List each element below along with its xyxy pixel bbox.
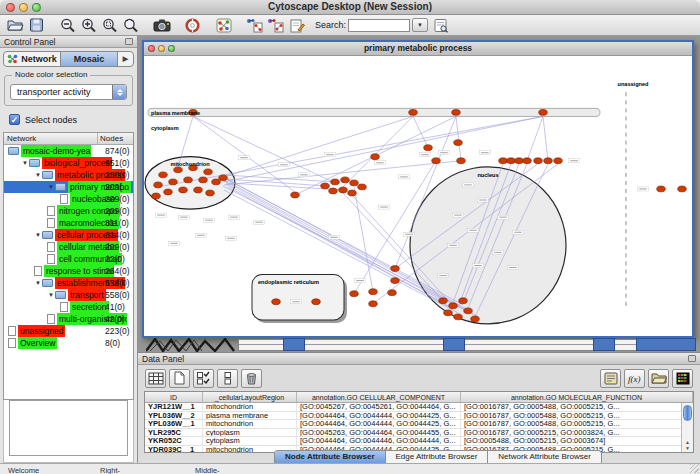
tree-row[interactable]: Overview8(0) [4, 337, 133, 349]
table-cell: [GO:0016787, GO:0005488, GO:0005215, G..… [461, 412, 693, 420]
column-header[interactable]: annotation.GO CELLULAR_COMPONENT [297, 392, 461, 402]
network-node [291, 192, 300, 198]
table-row[interactable]: YKR052Ccytoplasm[GO:0044464, GO:0044446,… [145, 437, 693, 446]
tree-row[interactable]: ▼primary metabo209(... [4, 181, 133, 193]
search-options-dropdown[interactable]: ▼ [412, 18, 428, 32]
tree-row[interactable]: secretion41(0) [4, 301, 133, 313]
vizmapper-b-button[interactable] [265, 16, 286, 34]
new-attribute-button[interactable] [169, 369, 190, 388]
tab-network[interactable]: Network [4, 52, 61, 66]
title-bar[interactable]: Cytoscape Desktop (New Session) [0, 0, 700, 15]
tree-expand-arrow[interactable]: ▼ [34, 277, 42, 289]
heatmap-button[interactable] [672, 369, 693, 388]
tab-edge-attribute-browser[interactable]: Edge Attribute Browser [386, 451, 489, 463]
tree-row[interactable]: ▼biological_process651(0) [4, 157, 133, 169]
network-window-titlebar[interactable]: primary metabolic process [144, 42, 692, 56]
search-input[interactable] [348, 19, 410, 32]
plasma-membrane-region [148, 108, 600, 116]
tree-row[interactable]: response to stimulu264(0) [4, 265, 133, 277]
tab-network-attribute-browser[interactable]: Network Attribute Browser [488, 451, 600, 463]
network-node [409, 109, 418, 115]
zoom-fit-button[interactable] [120, 16, 141, 34]
import-table-button[interactable] [648, 369, 669, 388]
column-header[interactable]: _cellularLayoutRegion [203, 392, 297, 402]
table-row[interactable]: YPL036W__1mitochondrion[GO:0044464, GO:0… [145, 420, 693, 429]
table-row[interactable]: YJR121W__1mitochondrion[GO:0045267, GO:0… [145, 403, 693, 412]
network-node [439, 298, 448, 304]
network-node [206, 190, 215, 196]
network-view-window[interactable]: primary metabolic process plasma membran… [142, 40, 694, 338]
tab-label: Network [21, 54, 57, 64]
data-panel-toolbar: f(x) [138, 365, 700, 391]
tree-expand-arrow[interactable]: ▼ [34, 169, 42, 181]
save-button[interactable] [26, 16, 47, 34]
tab-[interactable]: ▶ [118, 52, 133, 66]
window-title: Cytoscape Desktop (New Session) [0, 1, 700, 12]
tree-row[interactable]: cellular metabo209(0) [4, 241, 133, 253]
float-panel-icon[interactable] [125, 38, 133, 45]
tab-node-attribute-browser[interactable]: Node Attribute Browser [275, 451, 386, 463]
tree-column-network[interactable]: Network [4, 133, 98, 144]
attribute-table-header: ID_cellularLayoutRegionannotation.GO CEL… [145, 392, 693, 403]
column-header[interactable]: annotation.GO MOLECULAR_FUNCTION [461, 392, 693, 402]
vizmapper-a-button[interactable] [244, 16, 265, 34]
network-overview-button[interactable] [213, 16, 234, 34]
resize-grip[interactable] [690, 464, 699, 473]
network-node [424, 145, 433, 151]
tree-row[interactable]: multi-organism pro42(0) [4, 313, 133, 325]
function-builder-button[interactable]: f(x) [624, 369, 645, 388]
tree-row[interactable]: ▼cellular process614(0) [4, 229, 133, 241]
tree-row-label: response to stimulu [44, 265, 114, 277]
zoom-out-button[interactable] [57, 16, 78, 34]
tree-row[interactable]: cell communicat22(0) [4, 253, 133, 265]
tree-row[interactable]: ▼transport558(0) [4, 289, 133, 301]
tree-row-node-count: 22(0) [105, 253, 125, 265]
network-node [358, 184, 367, 190]
network-canvas[interactable]: plasma membranecytoplasmmitochondrionnuc… [144, 56, 692, 336]
network-edge [456, 116, 461, 160]
tree-expand-arrow[interactable]: ▼ [34, 229, 42, 241]
open-button[interactable] [5, 16, 26, 34]
zoom-selected-icon [102, 18, 118, 33]
snapshot-button[interactable] [151, 16, 172, 34]
table-scrollbar[interactable]: ▲▼ [681, 403, 693, 452]
attribute-grid-button[interactable] [145, 369, 166, 388]
network-tree: Network Nodes mosaic-demo-yeast874(0)▼bi… [3, 132, 134, 400]
table-cell: mitochondrion [203, 420, 297, 428]
scrollbar-arrows[interactable]: ▲▼ [682, 439, 693, 451]
background-windows [138, 338, 700, 352]
folder-icon [8, 147, 19, 155]
float-panel-icon[interactable] [688, 355, 696, 362]
column-header[interactable]: ID [145, 392, 203, 402]
annotation-button[interactable] [286, 16, 307, 34]
select-attributes-button[interactable] [193, 369, 214, 388]
tree-row[interactable]: nucleobase-209(0) [4, 193, 133, 205]
tree-column-nodes[interactable]: Nodes [98, 133, 133, 144]
unselect-attributes-button[interactable] [217, 369, 238, 388]
tree-row[interactable]: ▼establishment of lo558(0) [4, 277, 133, 289]
help-button[interactable] [182, 16, 203, 34]
tree-expand-arrow[interactable]: ▼ [47, 289, 55, 301]
birdseye-viewport[interactable] [9, 400, 128, 456]
table-row[interactable]: YPL036W__2plasma membrane[GO:0044464, GO… [145, 412, 693, 421]
tree-row[interactable]: macromolecule311(0) [4, 217, 133, 229]
tree-row[interactable]: unassigned223(0) [4, 325, 133, 337]
tree-row[interactable]: mosaic-demo-yeast874(0) [4, 145, 133, 157]
tree-expand-arrow[interactable]: ▼ [47, 181, 55, 193]
scrollbar-thumb[interactable] [683, 405, 692, 421]
tree-row[interactable]: nitrogen compo209(0) [4, 205, 133, 217]
delete-attribute-button[interactable] [241, 369, 262, 388]
tab-mosaic[interactable]: Mosaic [61, 52, 118, 66]
zoom-in-button[interactable] [78, 16, 99, 34]
tree-row[interactable]: ▼metabolic process280(0) [4, 169, 133, 181]
table-row[interactable]: YLR295Ccytoplasm[GO:0045263, GO:0044464,… [145, 429, 693, 438]
node-color-dropdown[interactable]: transporter activity [10, 84, 127, 100]
select-nodes-checkbox[interactable]: ✓ [9, 114, 20, 125]
enhanced-search-button[interactable] [430, 16, 451, 34]
zoom-selected-button[interactable] [99, 16, 120, 34]
save-table-button[interactable] [600, 369, 621, 388]
background-window-edge [636, 338, 696, 351]
chevron-updown-icon [112, 85, 126, 99]
table-cell: cytoplasm [203, 437, 297, 445]
tree-expand-arrow[interactable]: ▼ [21, 157, 29, 169]
